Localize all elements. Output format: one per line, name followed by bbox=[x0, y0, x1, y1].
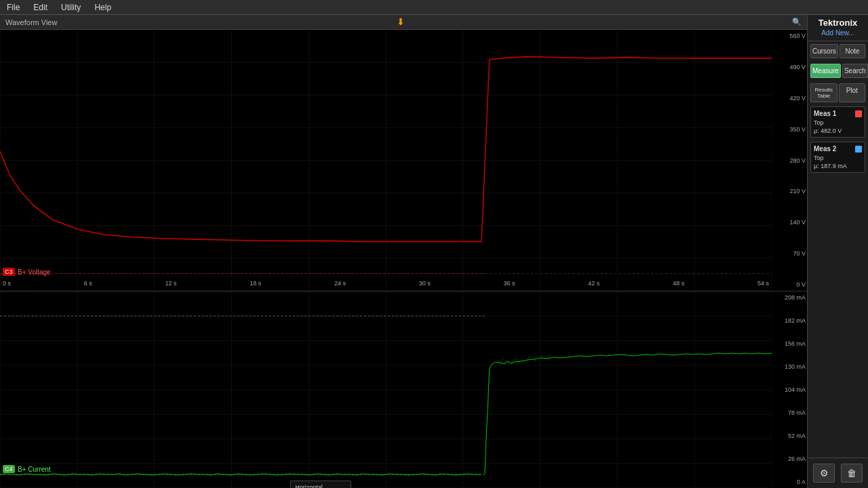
results-plot-row: Results Table Plot bbox=[808, 81, 868, 102]
ch3-name: B+ Voltage bbox=[18, 268, 51, 276]
ch4-y-axis: 208 mA 182 mA 156 mA 130 mA 104 mA 78 mA… bbox=[772, 291, 807, 488]
ch3-display: 560 V 490 V 420 V 350 V 280 V 210 V 140 … bbox=[0, 30, 807, 291]
ch3-y-axis: 560 V 490 V 420 V 350 V 280 V 210 V 140 … bbox=[772, 30, 807, 291]
measure-search-row: Measure Search bbox=[808, 61, 868, 78]
ch3-y-label-8: 0 V bbox=[773, 281, 806, 288]
ch4-y-label-7: 26 mA bbox=[773, 455, 806, 462]
meas1-type: Top bbox=[814, 119, 862, 126]
menu-bar: File Edit Utility Help bbox=[0, 0, 868, 15]
meas1-panel: Meas 1 Top μ: 482.0 V bbox=[810, 106, 865, 138]
logo-area: Tektronix Add New... bbox=[808, 15, 868, 41]
ch4-name: B+ Current bbox=[18, 466, 51, 473]
menu-edit[interactable]: Edit bbox=[31, 1, 50, 14]
ch3-y-label-3: 350 V bbox=[773, 126, 806, 133]
ch3-y-label-6: 140 V bbox=[773, 219, 806, 226]
cursors-button[interactable]: Cursors bbox=[810, 44, 838, 58]
ch4-y-label-1: 182 mA bbox=[773, 317, 806, 324]
meas2-color-dot bbox=[855, 146, 862, 152]
ch4-y-label-3: 130 mA bbox=[773, 363, 806, 370]
meas1-title: Meas 1 bbox=[814, 110, 836, 117]
note-button[interactable]: Note bbox=[840, 44, 865, 58]
svg-line-54 bbox=[541, 354, 543, 358]
plot-button[interactable]: Plot bbox=[839, 83, 866, 102]
ch4-display: 208 mA 182 mA 156 mA 130 mA 104 mA 78 mA… bbox=[0, 291, 807, 488]
meas2-value: μ: 187.9 mA bbox=[814, 163, 862, 169]
main-layout: Waveform View ⬇ 🔍 bbox=[0, 15, 868, 488]
meas2-type: Top bbox=[814, 155, 862, 161]
menu-utility[interactable]: Utility bbox=[58, 1, 83, 14]
meas2-title: Meas 2 bbox=[814, 145, 836, 152]
results-table-button[interactable]: Results Table bbox=[810, 83, 837, 102]
ch3-y-label-5: 210 V bbox=[773, 188, 806, 195]
waveform-title: Waveform View bbox=[5, 18, 57, 26]
meas2-header: Meas 2 bbox=[814, 145, 862, 152]
cursors-note-row: Cursors Note bbox=[808, 41, 868, 58]
ch3-y-label-1: 490 V bbox=[773, 64, 806, 70]
search-button[interactable]: Search bbox=[842, 64, 868, 78]
ch3-y-label-2: 420 V bbox=[773, 95, 806, 102]
ch3-badge: C3 bbox=[3, 268, 15, 276]
ch4-y-label-8: 0 A bbox=[773, 479, 806, 485]
svg-line-53 bbox=[534, 359, 536, 362]
ch4-badge: C4 bbox=[3, 465, 15, 473]
menu-help[interactable]: Help bbox=[92, 1, 114, 14]
sidebar: Tektronix Add New... Cursors Note Measur… bbox=[807, 15, 868, 488]
sidebar-bottom-icons: ⚙ 🗑 bbox=[808, 458, 868, 488]
ch3-y-label-4: 280 V bbox=[773, 157, 806, 164]
meas1-color-dot bbox=[855, 110, 862, 117]
svg-line-49 bbox=[515, 357, 517, 362]
waveform-titlebar: Waveform View ⬇ 🔍 bbox=[0, 15, 807, 30]
meas1-header: Meas 1 bbox=[814, 110, 862, 117]
delete-icon-button[interactable]: 🗑 bbox=[841, 464, 863, 483]
ch3-y-label-7: 70 V bbox=[773, 250, 806, 257]
zoom-icon[interactable]: 🔍 bbox=[792, 18, 802, 26]
trigger-marker: ⬇ bbox=[397, 16, 405, 27]
menu-file[interactable]: File bbox=[4, 1, 22, 14]
logo-text: Tektronix bbox=[812, 18, 864, 28]
measure-button[interactable]: Measure bbox=[810, 64, 841, 78]
meas2-panel: Meas 2 Top μ: 187.9 mA bbox=[810, 142, 865, 173]
ch3-y-label-0: 560 V bbox=[773, 33, 806, 39]
ch4-y-label-2: 156 mA bbox=[773, 340, 806, 347]
svg-line-45 bbox=[501, 359, 503, 363]
ch4-y-label-6: 52 mA bbox=[773, 432, 806, 439]
ch3-waveform-svg bbox=[0, 30, 772, 291]
meas1-value: μ: 482.0 V bbox=[814, 127, 862, 134]
ch4-waveform-svg bbox=[0, 291, 772, 488]
ch4-y-label-4: 104 mA bbox=[773, 386, 806, 393]
ch4-y-label-5: 78 mA bbox=[773, 409, 806, 416]
add-new-button[interactable]: Add New... bbox=[812, 28, 864, 38]
waveform-area: Waveform View ⬇ 🔍 bbox=[0, 15, 807, 488]
settings-icon-button[interactable]: ⚙ bbox=[813, 464, 835, 483]
ch4-y-label-0: 208 mA bbox=[773, 294, 806, 301]
